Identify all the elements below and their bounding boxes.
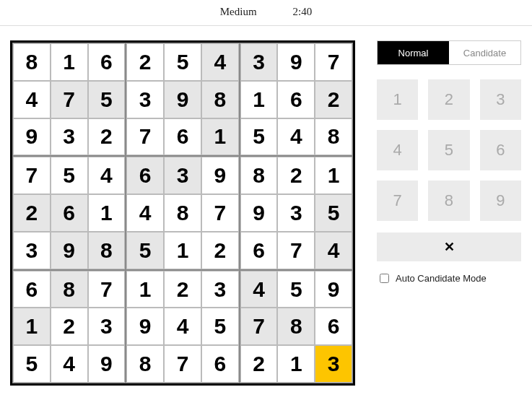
sudoku-cell[interactable]: 9 bbox=[51, 232, 88, 269]
sudoku-cell[interactable]: 1 bbox=[51, 43, 88, 81]
sudoku-cell[interactable]: 8 bbox=[201, 81, 239, 118]
sudoku-cell[interactable]: 9 bbox=[13, 118, 51, 156]
sudoku-cell[interactable]: 6 bbox=[51, 194, 88, 232]
sudoku-cell[interactable]: 9 bbox=[315, 271, 352, 308]
sudoku-cell[interactable]: 7 bbox=[164, 345, 201, 383]
sudoku-cell[interactable]: 3 bbox=[240, 43, 278, 81]
sudoku-cell[interactable]: 3 bbox=[164, 157, 201, 194]
sudoku-cell[interactable]: 6 bbox=[240, 232, 278, 269]
sudoku-cell[interactable]: 1 bbox=[164, 232, 201, 269]
sudoku-cell[interactable]: 1 bbox=[13, 308, 51, 345]
keypad-key-5[interactable]: 5 bbox=[428, 130, 469, 170]
sudoku-box: 123945876 bbox=[126, 270, 239, 383]
keypad-key-9[interactable]: 9 bbox=[480, 181, 521, 221]
sudoku-cell[interactable]: 5 bbox=[277, 271, 315, 308]
timer-label: 2:40 bbox=[293, 6, 313, 18]
sudoku-cell[interactable]: 2 bbox=[164, 271, 201, 308]
sudoku-cell[interactable]: 4 bbox=[88, 157, 126, 194]
sudoku-cell[interactable]: 3 bbox=[315, 345, 352, 383]
sudoku-cell[interactable]: 2 bbox=[51, 308, 88, 345]
sudoku-cell[interactable]: 8 bbox=[13, 43, 51, 81]
clear-button[interactable]: ✕ bbox=[377, 232, 521, 261]
sudoku-cell[interactable]: 2 bbox=[277, 157, 315, 194]
sudoku-cell[interactable]: 6 bbox=[88, 43, 126, 81]
sudoku-cell[interactable]: 6 bbox=[277, 81, 315, 118]
sudoku-cell[interactable]: 3 bbox=[88, 308, 126, 345]
sudoku-cell[interactable]: 4 bbox=[315, 232, 352, 269]
auto-candidate-checkbox[interactable] bbox=[380, 274, 389, 283]
sudoku-cell[interactable]: 1 bbox=[126, 271, 164, 308]
sudoku-cell[interactable]: 7 bbox=[240, 308, 278, 345]
sudoku-cell[interactable]: 8 bbox=[240, 157, 278, 194]
sudoku-cell[interactable]: 6 bbox=[13, 271, 51, 308]
sudoku-cell[interactable]: 6 bbox=[201, 345, 239, 383]
keypad-key-3[interactable]: 3 bbox=[480, 79, 521, 120]
sudoku-cell[interactable]: 3 bbox=[126, 81, 164, 118]
sudoku-cell[interactable]: 1 bbox=[201, 118, 239, 156]
sudoku-cell[interactable]: 2 bbox=[88, 118, 126, 156]
keypad-key-2[interactable]: 2 bbox=[428, 79, 469, 120]
sudoku-cell[interactable]: 3 bbox=[51, 118, 88, 156]
sudoku-cell[interactable]: 3 bbox=[13, 232, 51, 269]
auto-candidate-label: Auto Candidate Mode bbox=[396, 273, 487, 284]
sudoku-cell[interactable]: 4 bbox=[277, 118, 315, 156]
sudoku-cell[interactable]: 2 bbox=[126, 43, 164, 81]
sudoku-cell[interactable]: 8 bbox=[277, 308, 315, 345]
sudoku-cell[interactable]: 3 bbox=[277, 194, 315, 232]
sudoku-cell[interactable]: 4 bbox=[201, 43, 239, 81]
sudoku-cell[interactable]: 5 bbox=[88, 81, 126, 118]
sudoku-cell[interactable]: 5 bbox=[13, 345, 51, 383]
sudoku-cell[interactable]: 4 bbox=[13, 81, 51, 118]
sudoku-cell[interactable]: 7 bbox=[315, 43, 352, 81]
keypad-key-6[interactable]: 6 bbox=[480, 130, 521, 170]
keypad-key-1[interactable]: 1 bbox=[377, 79, 418, 120]
sudoku-cell[interactable]: 4 bbox=[51, 345, 88, 383]
sudoku-cell[interactable]: 9 bbox=[201, 157, 239, 194]
sudoku-cell[interactable]: 5 bbox=[240, 118, 278, 156]
sudoku-cell[interactable]: 8 bbox=[51, 271, 88, 308]
sudoku-board: 8164759322543987613971625487542613986394… bbox=[10, 40, 355, 386]
sudoku-cell[interactable]: 6 bbox=[164, 118, 201, 156]
sudoku-cell[interactable]: 5 bbox=[126, 232, 164, 269]
sudoku-cell[interactable]: 7 bbox=[51, 81, 88, 118]
sudoku-cell[interactable]: 8 bbox=[164, 194, 201, 232]
sudoku-cell[interactable]: 2 bbox=[13, 194, 51, 232]
sudoku-cell[interactable]: 5 bbox=[315, 194, 352, 232]
sudoku-cell[interactable]: 2 bbox=[201, 232, 239, 269]
sudoku-cell[interactable]: 9 bbox=[277, 43, 315, 81]
sudoku-cell[interactable]: 6 bbox=[315, 308, 352, 345]
sudoku-cell[interactable]: 8 bbox=[88, 232, 126, 269]
sudoku-cell[interactable]: 4 bbox=[164, 308, 201, 345]
keypad-key-4[interactable]: 4 bbox=[377, 130, 418, 170]
sudoku-cell[interactable]: 5 bbox=[51, 157, 88, 194]
keypad-key-8[interactable]: 8 bbox=[428, 181, 469, 221]
sudoku-cell[interactable]: 7 bbox=[13, 157, 51, 194]
keypad-key-7[interactable]: 7 bbox=[377, 181, 418, 221]
sudoku-cell[interactable]: 7 bbox=[277, 232, 315, 269]
tab-normal[interactable]: Normal bbox=[378, 41, 449, 64]
sudoku-cell[interactable]: 2 bbox=[240, 345, 278, 383]
sudoku-cell[interactable]: 8 bbox=[126, 345, 164, 383]
sudoku-cell[interactable]: 1 bbox=[88, 194, 126, 232]
tab-candidate[interactable]: Candidate bbox=[449, 41, 520, 64]
sudoku-box: 821935674 bbox=[240, 156, 353, 269]
sudoku-cell[interactable]: 4 bbox=[126, 194, 164, 232]
sudoku-cell[interactable]: 1 bbox=[277, 345, 315, 383]
sudoku-cell[interactable]: 9 bbox=[88, 345, 126, 383]
sudoku-cell[interactable]: 7 bbox=[201, 194, 239, 232]
sudoku-cell[interactable]: 7 bbox=[126, 118, 164, 156]
sudoku-cell[interactable]: 9 bbox=[240, 194, 278, 232]
auto-candidate-row[interactable]: Auto Candidate Mode bbox=[377, 271, 521, 285]
sudoku-cell[interactable]: 7 bbox=[88, 271, 126, 308]
sudoku-cell[interactable]: 6 bbox=[126, 157, 164, 194]
sudoku-cell[interactable]: 9 bbox=[164, 81, 201, 118]
sudoku-cell[interactable]: 3 bbox=[201, 271, 239, 308]
sudoku-cell[interactable]: 1 bbox=[315, 157, 352, 194]
sudoku-cell[interactable]: 5 bbox=[164, 43, 201, 81]
sudoku-cell[interactable]: 1 bbox=[240, 81, 278, 118]
sudoku-cell[interactable]: 5 bbox=[201, 308, 239, 345]
sudoku-cell[interactable]: 9 bbox=[126, 308, 164, 345]
sudoku-cell[interactable]: 4 bbox=[240, 271, 278, 308]
sudoku-cell[interactable]: 8 bbox=[315, 118, 352, 156]
sudoku-cell[interactable]: 2 bbox=[315, 81, 352, 118]
